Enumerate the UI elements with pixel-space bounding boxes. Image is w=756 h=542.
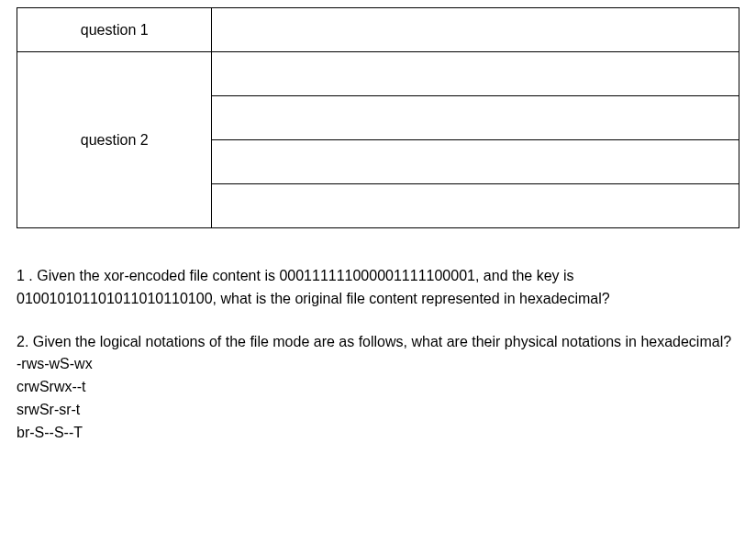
q2-label-cell: question 2 [17, 52, 212, 228]
answer-table: question 1 question 2 [17, 7, 739, 228]
file-mode-line: crwSrwx--t [17, 376, 739, 399]
q2-answer-cell-4 [212, 184, 739, 228]
file-mode-line: srwSr-sr-t [17, 399, 739, 422]
q2-answer-cell-1 [212, 52, 739, 96]
table-row: question 1 [17, 8, 739, 52]
q2-answer-cell-2 [212, 96, 739, 140]
file-mode-line: -rws-wS-wx [17, 353, 739, 376]
question-2-prompt: 2. Given the logical notations of the fi… [17, 331, 739, 354]
question-2-block: 2. Given the logical notations of the fi… [17, 331, 739, 445]
q1-answer-cell [212, 8, 739, 52]
q1-label-cell: question 1 [17, 8, 212, 52]
question-1-text: 1 . Given the xor-encoded file content i… [17, 265, 739, 311]
table-row: question 2 [17, 52, 739, 96]
q2-answer-cell-3 [212, 140, 739, 184]
file-mode-line: br-S--S--T [17, 422, 739, 445]
